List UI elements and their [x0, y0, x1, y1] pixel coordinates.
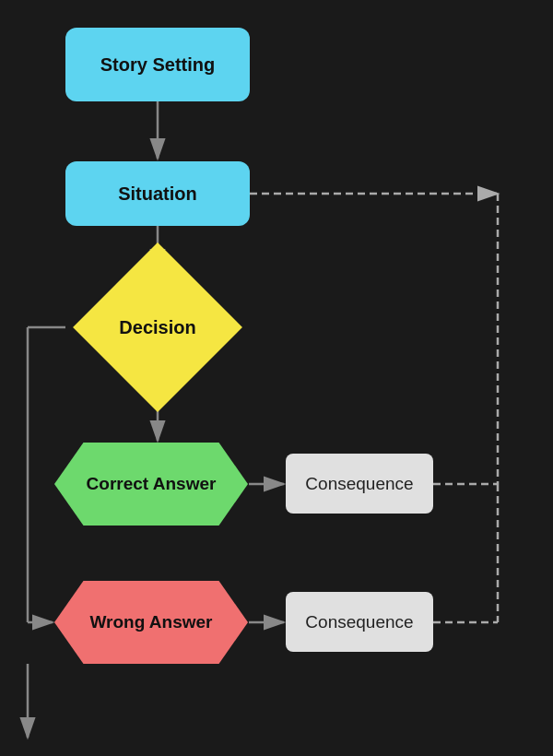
consequence-correct-label: Consequence: [305, 474, 413, 494]
story-setting-label: Story Setting: [100, 54, 215, 76]
correct-answer-label: Correct Answer: [87, 474, 217, 494]
wrong-answer-label: Wrong Answer: [89, 612, 212, 632]
consequence-wrong-label: Consequence: [305, 612, 413, 632]
flowchart: Story Setting Situation Decision Correct…: [0, 0, 553, 756]
situation-node: Situation: [65, 161, 250, 226]
consequence-wrong-node: Consequence: [286, 592, 433, 652]
situation-label: Situation: [118, 183, 197, 205]
correct-answer-node-wrapper: Correct Answer: [54, 443, 248, 526]
decision-label: Decision: [119, 317, 195, 338]
decision-node-wrapper: Decision: [65, 272, 250, 383]
story-setting-node: Story Setting: [65, 28, 250, 101]
consequence-correct-node: Consequence: [286, 454, 433, 514]
wrong-answer-node-wrapper: Wrong Answer: [54, 581, 248, 664]
